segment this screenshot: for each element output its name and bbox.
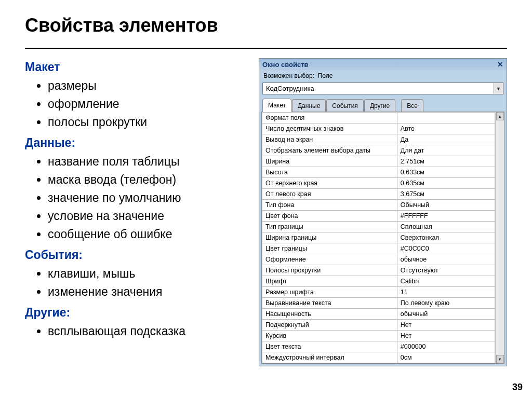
property-value[interactable]: Calibri <box>397 276 495 287</box>
selection-label: Возможен выбор: <box>263 72 314 79</box>
window-title: Окно свойств <box>262 61 309 68</box>
scrollbar[interactable]: ▲ ▼ <box>495 112 504 363</box>
property-row: Выравнивание текстаПо левому краю <box>262 298 495 309</box>
object-selector-input[interactable] <box>263 83 494 94</box>
property-value[interactable]: Для дат <box>397 145 495 156</box>
section-list: клавиши, мышь изменение значения <box>25 265 248 300</box>
list-item: оформление <box>48 95 248 113</box>
property-value[interactable]: 3,675см <box>397 189 495 200</box>
page-number: 39 <box>512 382 523 393</box>
list-item: размеры <box>48 77 248 94</box>
tab-bar: Макет Данные События Другие Все <box>259 99 507 112</box>
property-row: Цвет текста#000000 <box>262 341 495 352</box>
scroll-up-icon[interactable]: ▲ <box>496 112 504 120</box>
property-value[interactable]: #FFFFFF <box>397 211 495 222</box>
property-value[interactable]: 2,751см <box>397 156 495 167</box>
section-heading: Данные: <box>25 134 248 152</box>
tab-all[interactable]: Все <box>401 99 423 112</box>
property-name: Курсив <box>262 331 397 341</box>
section-heading: События: <box>25 246 248 264</box>
property-row: Цвет фона#FFFFFF <box>262 211 495 222</box>
property-value[interactable]: Авто <box>397 123 495 134</box>
property-name: Ширина границы <box>262 232 397 243</box>
property-row: Насыщенностьобычный <box>262 309 495 320</box>
property-value[interactable]: #C0C0C0 <box>397 243 495 254</box>
dropdown-icon[interactable]: ▼ <box>494 83 503 94</box>
property-name: От левого края <box>262 189 397 200</box>
tab-data[interactable]: Данные <box>292 99 326 112</box>
divider <box>25 48 507 49</box>
property-value[interactable]: 0,635см <box>397 178 495 189</box>
property-name: Число десятичных знаков <box>262 123 397 134</box>
close-icon[interactable]: ✕ <box>497 60 503 68</box>
properties-window: Окно свойств ✕ Возможен выбор: Поле ▼ Ма… <box>259 58 507 366</box>
property-value[interactable]: Сплошная <box>397 222 495 232</box>
list-item: условие на значение <box>48 207 248 225</box>
property-row: Оформлениеобычное <box>262 254 495 265</box>
page-title: Свойства элементов <box>25 15 507 36</box>
property-name: Цвет фона <box>262 211 397 222</box>
property-value[interactable]: 11 <box>397 287 495 298</box>
property-value[interactable]: Обычный <box>397 200 495 211</box>
property-row: Междустрочный интервал0см <box>262 352 495 363</box>
property-row: ПодчеркнутыйНет <box>262 320 495 331</box>
section-heading: Другие: <box>25 304 248 321</box>
property-row: ШрифтCalibri <box>262 276 495 287</box>
property-value[interactable] <box>397 113 495 123</box>
property-value[interactable]: #000000 <box>397 341 495 352</box>
property-row: От верхнего края0,635см <box>262 178 495 189</box>
property-name: Подчеркнутый <box>262 320 397 331</box>
list-item: всплывающая подсказка <box>48 322 248 340</box>
property-value[interactable]: Нет <box>397 331 495 341</box>
selection-info: Возможен выбор: Поле <box>259 70 507 83</box>
property-name: Вывод на экран <box>262 134 397 145</box>
scroll-down-icon[interactable]: ▼ <box>496 355 504 363</box>
property-value[interactable]: Отсутствуют <box>397 265 495 276</box>
property-value[interactable]: По левому краю <box>397 298 495 309</box>
property-value[interactable]: Нет <box>397 320 495 331</box>
property-row: Ширина2,751см <box>262 156 495 167</box>
outline-left: Макет размеры оформление полосы прокрутк… <box>25 58 248 366</box>
property-name: Высота <box>262 167 397 178</box>
property-name: Насыщенность <box>262 309 397 320</box>
property-row: Размер шрифта11 <box>262 287 495 298</box>
property-name: Выравнивание текста <box>262 298 397 309</box>
property-name: Ширина <box>262 156 397 167</box>
property-row: Формат поля <box>262 113 495 123</box>
property-name: Цвет границы <box>262 243 397 254</box>
property-name: Тип границы <box>262 222 397 232</box>
property-value[interactable]: обычное <box>397 254 495 265</box>
selection-value: Поле <box>318 72 333 79</box>
tab-events[interactable]: События <box>326 99 364 112</box>
list-item: клавиши, мышь <box>48 265 248 282</box>
property-row: Вывод на экранДа <box>262 134 495 145</box>
scroll-track[interactable] <box>496 120 504 355</box>
property-value[interactable]: обычный <box>397 309 495 320</box>
property-name: Формат поля <box>262 113 397 123</box>
section-list: всплывающая подсказка <box>25 322 248 340</box>
property-name: Полосы прокрутки <box>262 265 397 276</box>
property-row: Тип фонаОбычный <box>262 200 495 211</box>
property-name: Шрифт <box>262 276 397 287</box>
property-row: Высота0,633см <box>262 167 495 178</box>
property-name: Оформление <box>262 254 397 265</box>
property-value[interactable]: 0,633см <box>397 167 495 178</box>
property-value[interactable]: Сверхтонкая <box>397 232 495 243</box>
property-name: Междустрочный интервал <box>262 352 397 363</box>
tab-other[interactable]: Другие <box>364 99 395 112</box>
section-list: размеры оформление полосы прокрутки <box>25 77 248 131</box>
window-titlebar: Окно свойств ✕ <box>259 59 507 70</box>
property-value[interactable]: Да <box>397 134 495 145</box>
object-selector[interactable]: ▼ <box>262 83 503 94</box>
property-row: КурсивНет <box>262 331 495 341</box>
list-item: полосы прокрутки <box>48 113 248 131</box>
property-row: От левого края3,675см <box>262 189 495 200</box>
tab-layout[interactable]: Макет <box>262 99 291 112</box>
property-row: Полосы прокруткиОтсутствуют <box>262 265 495 276</box>
property-value[interactable]: 0см <box>397 352 495 363</box>
list-item: сообщение об ошибке <box>48 225 248 243</box>
property-name: Размер шрифта <box>262 287 397 298</box>
property-row: Ширина границыСверхтонкая <box>262 232 495 243</box>
property-grid: Формат поляЧисло десятичных знаковАвтоВы… <box>262 112 495 363</box>
property-row: Число десятичных знаковАвто <box>262 123 495 134</box>
